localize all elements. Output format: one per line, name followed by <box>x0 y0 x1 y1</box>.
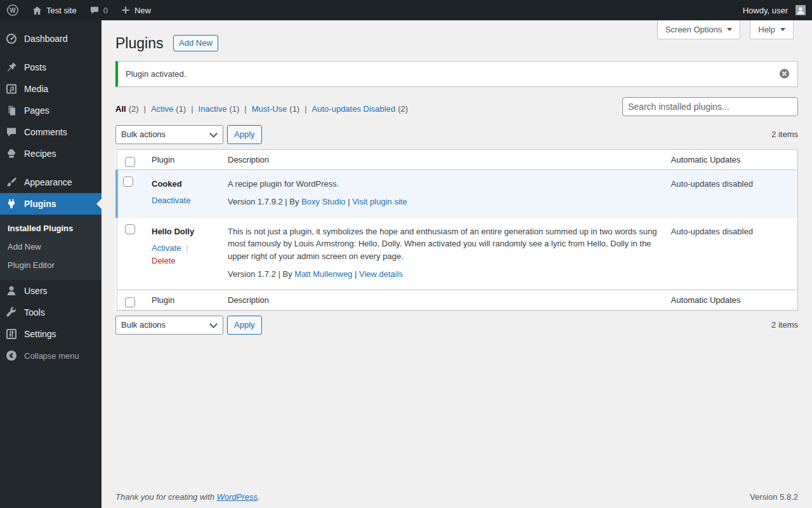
author-link[interactable]: Boxy Studio <box>301 197 345 206</box>
sidebar-item-media[interactable]: Media <box>0 78 102 100</box>
dashboard-icon <box>5 32 18 45</box>
apply-button[interactable]: Apply <box>227 125 262 144</box>
sidebar-item-tools[interactable]: Tools <box>0 302 102 323</box>
home-icon <box>32 5 43 16</box>
dismiss-notice-button[interactable] <box>776 66 792 82</box>
footer-thanks: Thank you for creating with WordPress. <box>115 492 260 502</box>
submenu-add-new[interactable]: Add New <box>0 237 102 256</box>
submenu-installed-plugins[interactable]: Installed Plugins <box>0 219 102 237</box>
chevron-down-icon <box>780 28 785 31</box>
bulk-actions-top: Bulk actions Apply <box>115 125 262 144</box>
author-link[interactable]: Matt Mullenweg <box>294 269 352 279</box>
sidebar-item-users[interactable]: Users <box>0 280 102 302</box>
filter-separator: | <box>191 104 193 114</box>
menu-separator <box>0 50 102 57</box>
view-details-link[interactable]: View details <box>359 269 403 279</box>
screen-options-button[interactable]: Screen Options <box>657 20 741 39</box>
filter-auto-updates-disabled[interactable]: Auto-updates Disabled <box>312 104 396 114</box>
screen-meta-tabs: Screen Options Help <box>657 20 794 39</box>
admin-bar-left: W Test site 0 New <box>0 0 157 20</box>
notice-message: Plugin activated. <box>126 69 773 79</box>
admin-bar-right: Howdy, user <box>737 0 812 20</box>
filter-inactive[interactable]: Inactive <box>199 104 227 114</box>
plugin-meta: Version 1.7.2 | By Matt Mullenweg | View… <box>228 268 658 281</box>
bulk-actions-select[interactable]: Bulk actions <box>115 125 223 144</box>
filter-count: (1) <box>176 104 186 114</box>
column-header-plugin: Plugin <box>145 290 221 310</box>
user-icon <box>5 284 18 297</box>
new-content-link[interactable]: New <box>114 0 157 20</box>
wordpress-logo-menu[interactable]: W <box>0 0 25 20</box>
footer-thanks-text: Thank you for creating with <box>115 492 214 502</box>
site-name-link[interactable]: Test site <box>25 0 83 20</box>
my-account-link[interactable]: Howdy, user <box>737 0 812 20</box>
select-all-checkbox[interactable] <box>125 297 135 307</box>
chef-hat-icon <box>5 147 18 160</box>
tablenav-top: Bulk actions Apply 2 items <box>115 125 798 144</box>
filter-count: (2) <box>129 104 139 114</box>
plugin-description: A recipe plugin for WordPress. <box>228 178 658 190</box>
submenu-plugin-editor[interactable]: Plugin Editor <box>0 256 102 274</box>
admin-sidebar: Dashboard Posts Media Pages Comments Rec… <box>0 20 102 508</box>
screen-options-label: Screen Options <box>665 25 723 34</box>
auto-updates-status: Auto-updates disabled <box>665 217 798 290</box>
plugin-row-cooked: Cooked Deactivate A recipe plugin for Wo… <box>117 170 798 217</box>
sidebar-item-label: Posts <box>24 62 46 72</box>
sidebar-item-plugins[interactable]: Plugins <box>0 193 102 215</box>
plugin-name: Hello Dolly <box>152 225 215 238</box>
select-plugin-checkbox[interactable] <box>123 177 133 187</box>
visit-plugin-site-link[interactable]: Visit plugin site <box>352 197 407 206</box>
table-footer-row: Plugin Description Automatic Updates <box>117 290 798 310</box>
activate-link[interactable]: Activate <box>152 243 181 253</box>
svg-text:W: W <box>10 7 16 14</box>
user-avatar <box>796 5 806 15</box>
bulk-actions-bottom: Bulk actions Apply <box>115 316 262 335</box>
collapse-menu-button[interactable]: Collapse menu <box>0 345 102 366</box>
action-separator: | <box>186 243 188 253</box>
plus-icon <box>121 5 131 15</box>
deactivate-link[interactable]: Deactivate <box>152 196 190 205</box>
menu-separator <box>0 164 102 171</box>
sidebar-item-settings[interactable]: Settings <box>0 323 102 345</box>
sidebar-item-recipes[interactable]: Recipes <box>0 143 102 164</box>
sidebar-item-label: Dashboard <box>24 34 68 44</box>
filter-must-use[interactable]: Must-Use <box>252 104 287 114</box>
main-content: Screen Options Help Plugins Add New Plug… <box>102 20 812 508</box>
filter-count: (2) <box>398 104 408 114</box>
sidebar-item-appearance[interactable]: Appearance <box>0 171 102 193</box>
filter-separator: | <box>244 104 246 114</box>
comments-moderation-link[interactable]: 0 <box>83 0 114 20</box>
filter-count: (1) <box>289 104 299 114</box>
bulk-actions-select-wrap: Bulk actions <box>115 125 223 144</box>
sidebar-item-comments[interactable]: Comments <box>0 121 102 143</box>
sidebar-item-pages[interactable]: Pages <box>0 100 102 121</box>
wrench-icon <box>5 306 18 319</box>
bulk-actions-select[interactable]: Bulk actions <box>115 316 223 335</box>
admin-bar: W Test site 0 New Howdy, user <box>0 0 812 20</box>
column-header-description: Description <box>221 149 665 170</box>
sidebar-item-label: Pages <box>24 105 49 116</box>
wordpress-link[interactable]: WordPress <box>217 492 258 502</box>
delete-link[interactable]: Delete <box>152 256 176 265</box>
collapse-menu-label: Collapse menu <box>24 351 79 361</box>
help-button[interactable]: Help <box>750 20 794 39</box>
list-navigation: All (2) | Active (1) | Inactive (1) | Mu… <box>115 97 798 116</box>
comments-count: 0 <box>103 6 108 15</box>
plugin-description: This is not just a plugin, it symbolizes… <box>228 225 658 263</box>
select-plugin-checkbox[interactable] <box>125 224 135 234</box>
select-all-checkbox[interactable] <box>125 157 135 167</box>
page-title: Plugins <box>115 34 163 53</box>
help-label: Help <box>758 25 775 34</box>
sidebar-item-dashboard[interactable]: Dashboard <box>0 28 102 50</box>
sidebar-item-posts[interactable]: Posts <box>0 57 102 78</box>
filter-active[interactable]: Active <box>151 104 173 114</box>
add-new-plugin-button[interactable]: Add New <box>173 35 218 51</box>
search-plugins-input[interactable] <box>622 97 798 116</box>
dismiss-circle-x-icon <box>779 72 790 81</box>
table-header-row: Plugin Description Automatic Updates <box>117 149 798 170</box>
wordpress-logo-icon: W <box>6 4 19 17</box>
search-box <box>622 97 798 116</box>
filter-all[interactable]: All <box>115 104 126 114</box>
settings-sliders-icon <box>5 328 18 340</box>
apply-button[interactable]: Apply <box>227 316 262 335</box>
